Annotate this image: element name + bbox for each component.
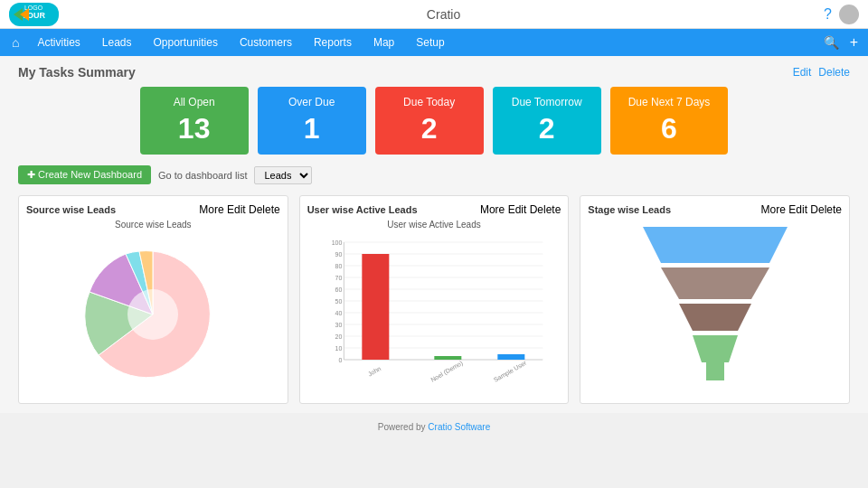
source-leads-title: Source wise Leads	[26, 204, 116, 215]
svg-rect-30	[434, 356, 461, 360]
nav-opportunities[interactable]: Opportunities	[143, 29, 229, 56]
user-leads-title: User wise Active Leads	[307, 204, 418, 215]
overdue-card[interactable]: Over Due 1	[258, 87, 366, 155]
overdue-label: Over Due	[276, 96, 348, 108]
svg-marker-36	[661, 267, 769, 299]
user-leads-chart: User wise Active Leads More Edit Delete …	[299, 195, 570, 404]
all-open-card[interactable]: All Open 13	[140, 87, 249, 155]
source-leads-edit[interactable]: Edit	[227, 203, 246, 216]
stage-leads-actions: More Edit Delete	[761, 203, 842, 216]
search-icon[interactable]: 🔍	[818, 35, 844, 50]
stage-leads-delete[interactable]: Delete	[810, 203, 842, 216]
tasks-actions: Edit Delete	[793, 66, 850, 79]
user-avatar[interactable]	[839, 5, 859, 24]
user-leads-header: User wise Active Leads More Edit Delete	[307, 203, 561, 216]
dashboard-select[interactable]: Leads	[254, 166, 312, 184]
nav-leads[interactable]: Leads	[91, 29, 143, 56]
nav-reports[interactable]: Reports	[303, 29, 363, 56]
logo: YOUR LOGO	[9, 2, 63, 27]
source-leads-actions: More Edit Delete	[199, 203, 279, 216]
due-today-card[interactable]: Due Today 2	[375, 87, 484, 155]
nav-setup[interactable]: Setup	[405, 29, 455, 56]
all-open-label: All Open	[158, 96, 231, 108]
delete-tasks-link[interactable]: Delete	[818, 66, 850, 79]
svg-rect-39	[706, 362, 724, 380]
due-next7-label: Due Next 7 Days	[628, 96, 711, 108]
due-tomorrow-label: Due Tomorrow	[511, 96, 583, 108]
due-next7-value: 6	[628, 112, 711, 145]
nav-activities[interactable]: Activities	[26, 29, 90, 56]
stage-leads-header: Stage wise Leads More Edit Delete	[588, 203, 842, 216]
tasks-header: My Tasks Summary Edit Delete	[18, 65, 850, 80]
add-icon[interactable]: +	[844, 34, 863, 51]
footer-text: Powered by	[378, 422, 429, 432]
user-leads-actions: More Edit Delete	[480, 203, 561, 216]
svg-text:60: 60	[335, 286, 342, 293]
user-leads-delete[interactable]: Delete	[530, 203, 561, 216]
svg-text:30: 30	[335, 322, 342, 328]
stage-leads-title: Stage wise Leads	[588, 204, 671, 215]
footer-link[interactable]: Cratio Software	[428, 422, 490, 432]
funnel-chart	[588, 220, 842, 382]
svg-marker-38	[693, 335, 738, 362]
top-bar: YOUR LOGO Cratio ?	[0, 0, 868, 29]
help-icon[interactable]: ?	[824, 6, 832, 23]
svg-text:90: 90	[335, 251, 342, 258]
svg-text:50: 50	[335, 298, 342, 305]
pie-chart	[26, 233, 280, 396]
app-title: Cratio	[63, 7, 824, 22]
svg-rect-29	[362, 254, 389, 360]
source-leads-inner-title: Source wise Leads	[26, 220, 280, 230]
source-leads-header: Source wise Leads More Edit Delete	[26, 203, 280, 216]
task-cards: All Open 13 Over Due 1 Due Today 2 Due T…	[18, 87, 850, 155]
due-tomorrow-card[interactable]: Due Tomorrow 2	[493, 87, 601, 155]
tasks-title: My Tasks Summary	[18, 65, 136, 80]
source-leads-chart: Source wise Leads More Edit Delete Sourc…	[18, 195, 288, 404]
create-dashboard-button[interactable]: ✚ Create New Dashboard	[18, 165, 151, 184]
top-icons: ?	[824, 5, 859, 24]
source-leads-more[interactable]: More	[199, 203, 223, 216]
due-tomorrow-value: 2	[511, 112, 583, 145]
user-leads-inner-title: User wise Active Leads	[307, 220, 561, 230]
svg-text:20: 20	[335, 333, 342, 340]
edit-tasks-link[interactable]: Edit	[793, 66, 812, 79]
svg-text:0: 0	[338, 357, 342, 363]
svg-text:40: 40	[335, 310, 342, 316]
nav-customers[interactable]: Customers	[229, 29, 303, 56]
bar-chart: 100 90 80 70 60 50 40 30 20 10 0	[307, 233, 561, 391]
stage-leads-more[interactable]: More	[761, 203, 786, 216]
svg-text:80: 80	[335, 263, 342, 269]
dashboard-bar: ✚ Create New Dashboard Go to dashboard l…	[18, 165, 850, 184]
svg-text:10: 10	[335, 345, 342, 352]
due-today-value: 2	[393, 112, 466, 145]
svg-marker-37	[679, 304, 751, 331]
user-leads-edit[interactable]: Edit	[508, 203, 527, 216]
all-open-value: 13	[158, 112, 231, 145]
overdue-value: 1	[276, 112, 348, 145]
nav-map[interactable]: Map	[363, 29, 405, 56]
nav-home[interactable]: ⌂	[5, 35, 26, 50]
svg-text:100: 100	[331, 239, 342, 246]
svg-text:70: 70	[335, 275, 342, 281]
svg-marker-35	[643, 227, 788, 263]
stage-leads-chart: Stage wise Leads More Edit Delete	[580, 195, 850, 404]
charts-area: Source wise Leads More Edit Delete Sourc…	[18, 195, 850, 404]
svg-text:Noel (Demo): Noel (Demo)	[429, 360, 464, 382]
main-content: My Tasks Summary Edit Delete All Open 13…	[0, 56, 868, 413]
user-leads-more[interactable]: More	[480, 203, 505, 216]
stage-leads-edit[interactable]: Edit	[788, 203, 807, 216]
svg-text:John: John	[366, 365, 382, 378]
nav-bar: ⌂ Activities Leads Opportunities Custome…	[0, 29, 868, 56]
svg-rect-31	[497, 354, 524, 360]
source-leads-delete[interactable]: Delete	[249, 203, 280, 216]
svg-text:Sample User: Sample User	[492, 359, 528, 382]
svg-point-5	[127, 289, 178, 340]
footer: Powered by Cratio Software	[0, 417, 868, 437]
goto-dashboard-label: Go to dashboard list	[158, 170, 247, 181]
due-today-label: Due Today	[393, 96, 466, 108]
due-next7-card[interactable]: Due Next 7 Days 6	[610, 87, 729, 155]
